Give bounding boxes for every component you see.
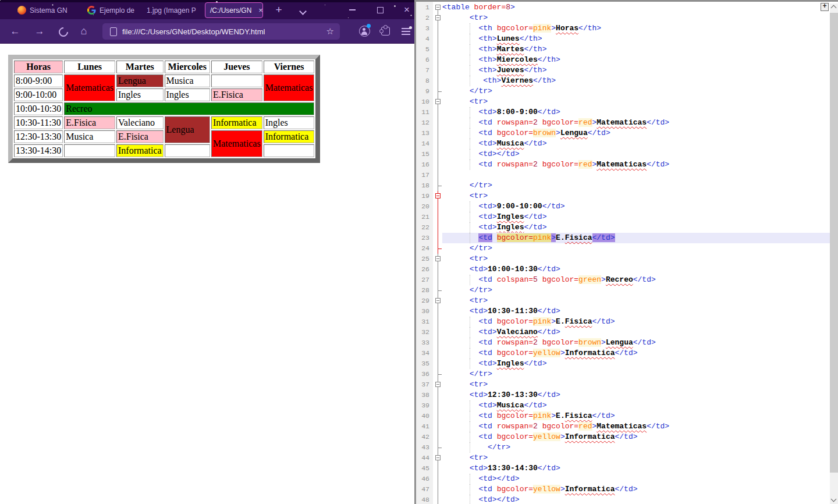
code-text[interactable]: <td>Musica</td>: [442, 139, 830, 149]
editor-line-46[interactable]: 46 <td></td>: [416, 474, 830, 484]
editor-line-45[interactable]: 45 <td>13:30-14:30</td>: [416, 463, 830, 474]
code-text[interactable]: <td rowspan=2 bgcolor=red>Matematicas</t…: [442, 159, 830, 170]
browser-tab-3[interactable]: 1.jpg (Imagen P: [147, 2, 202, 18]
editor-plus-button[interactable]: +: [821, 3, 829, 11]
code-text[interactable]: <td bgcolor=yellow>Informatica</td>: [442, 432, 830, 442]
code-text[interactable]: <table border=8>: [442, 2, 830, 13]
code-text[interactable]: <td>Ingles</td>: [442, 359, 830, 369]
editor-line-26[interactable]: 26 <td>10:00-10:30</td>: [416, 264, 830, 275]
code-text[interactable]: <td>13:30-14:30</td>: [442, 463, 830, 474]
extensions-puzzle-icon[interactable]: [381, 27, 390, 36]
browser-tab-4[interactable]: /C:/Users/GN×: [205, 2, 263, 18]
editor-line-31[interactable]: 31 <td bgcolor=pink>E.Fisica</td>: [416, 317, 830, 327]
code-text[interactable]: <th>Viernes</th>: [442, 76, 830, 86]
code-text[interactable]: <td>Ingles</td>: [442, 222, 830, 233]
code-text[interactable]: </tr>: [442, 369, 830, 379]
code-text[interactable]: <td>Musica</td>: [442, 400, 830, 411]
code-text[interactable]: <tr>: [442, 191, 830, 201]
scrollbar-thumb[interactable]: [830, 13, 838, 473]
editor-line-13[interactable]: 13 <td bgcolor=brown>Lengua</td>: [416, 128, 830, 139]
scroll-up-icon[interactable]: [831, 5, 837, 11]
editor-line-24[interactable]: 24 </tr>: [416, 243, 830, 254]
editor-line-44[interactable]: 44 <tr>: [416, 453, 830, 463]
code-text[interactable]: <td bgcolor=yellow>Informatica</td>: [442, 484, 830, 495]
editor-line-47[interactable]: 47 <td bgcolor=yellow>Informatica</td>: [416, 484, 830, 495]
code-text[interactable]: <td rowspan=2 bgcolor=red>Matematicas</t…: [442, 118, 830, 128]
code-text[interactable]: <td rowspan=2 bgcolor=red>Matematicas</t…: [442, 421, 830, 432]
code-text[interactable]: <td bgcolor=yellow>Informatica</td>: [442, 348, 830, 359]
editor-line-29[interactable]: 29 <tr>: [416, 296, 830, 306]
editor-line-17[interactable]: 17: [416, 170, 830, 180]
editor-line-15[interactable]: 15 <td></td>: [416, 149, 830, 159]
editor-line-39[interactable]: 39 <td>Musica</td>: [416, 400, 830, 411]
bookmark-star-icon[interactable]: ☆: [326, 26, 334, 37]
tab-close-icon[interactable]: ×: [258, 6, 263, 15]
editor-line-41[interactable]: 41 <td rowspan=2 bgcolor=red>Matematicas…: [416, 421, 830, 432]
editor-line-40[interactable]: 40 <td bgcolor=pink>E.Fisica</td>: [416, 411, 830, 421]
code-text[interactable]: <td>12:30-13:30</td>: [442, 390, 830, 400]
code-text[interactable]: <th>Lunes</th>: [442, 34, 830, 44]
editor-line-21[interactable]: 21 <td>Ingles</td>: [416, 212, 830, 222]
code-text[interactable]: <tr>: [442, 97, 830, 107]
code-text[interactable]: </tr>: [442, 180, 830, 191]
reload-button[interactable]: [56, 19, 70, 43]
address-bar[interactable]: file:///C:/Users/GNet/Desktop/WENDY.html…: [102, 23, 340, 40]
fold-collapse-icon[interactable]: [433, 379, 442, 390]
editor-line-4[interactable]: 4 <th>Lunes</th>: [416, 34, 830, 44]
editor-line-16[interactable]: 16 <td rowspan=2 bgcolor=red>Matematicas…: [416, 159, 830, 170]
editor-line-28[interactable]: 28 </tr>: [416, 285, 830, 296]
code-text[interactable]: </tr>: [442, 86, 830, 97]
new-tab-button[interactable]: +: [271, 2, 286, 17]
editor-line-1[interactable]: 1<table border=8>: [416, 2, 830, 13]
menu-hamburger-icon[interactable]: [402, 28, 410, 37]
editor-line-3[interactable]: 3 <th bgcolor=pink>Horas</th>: [416, 23, 830, 34]
editor-line-22[interactable]: 22 <td>Ingles</td>: [416, 222, 830, 233]
editor-line-7[interactable]: 7 <th>Jueves</th>: [416, 65, 830, 76]
code-editor-pane[interactable]: 1<table border=8>2 <tr>3 <th bgcolor=pin…: [414, 0, 838, 504]
code-text[interactable]: <td bgcolor=pink>E.Fisica</td>: [442, 317, 830, 327]
window-close-button[interactable]: ×: [398, 2, 416, 17]
editor-line-30[interactable]: 30 <td>10:30-11:30</td>: [416, 306, 830, 317]
code-text[interactable]: <th>Jueves</th>: [442, 65, 830, 76]
scroll-down-icon[interactable]: [831, 496, 837, 502]
editor-line-36[interactable]: 36 </tr>: [416, 369, 830, 379]
code-text[interactable]: <td>8:00-9:00</td>: [442, 107, 830, 118]
editor-line-2[interactable]: 2 <tr>: [416, 13, 830, 23]
home-button[interactable]: ⌂: [77, 19, 91, 43]
code-text[interactable]: <tr>: [442, 296, 830, 306]
fold-collapse-icon[interactable]: [433, 13, 442, 23]
code-text[interactable]: <td>Valeciano</td>: [442, 327, 830, 338]
code-text[interactable]: <tr>: [442, 13, 830, 23]
editor-line-34[interactable]: 34 <td bgcolor=yellow>Informatica</td>: [416, 348, 830, 359]
code-text[interactable]: <tr>: [442, 379, 830, 390]
code-text[interactable]: <td rowspan=2 bgcolor=brown>Lengua</td>: [442, 338, 830, 348]
editor-lines[interactable]: 1<table border=8>2 <tr>3 <th bgcolor=pin…: [416, 2, 830, 504]
tab-overflow-button[interactable]: [297, 6, 308, 17]
editor-line-38[interactable]: 38 <td>12:30-13:30</td>: [416, 390, 830, 400]
editor-line-32[interactable]: 32 <td>Valeciano</td>: [416, 327, 830, 338]
code-text[interactable]: <tr>: [442, 453, 830, 463]
editor-line-9[interactable]: 9 </tr>: [416, 86, 830, 97]
editor-line-23[interactable]: 23 <td bgcolor=pink>E.Fisica</td>: [416, 233, 830, 243]
code-text[interactable]: <th bgcolor=pink>Horas</th>: [442, 23, 830, 34]
fold-collapse-icon[interactable]: [433, 296, 442, 306]
editor-line-12[interactable]: 12 <td rowspan=2 bgcolor=red>Matematicas…: [416, 118, 830, 128]
code-text[interactable]: <td>10:00-10:30</td>: [442, 264, 830, 275]
fold-collapse-icon[interactable]: [433, 453, 442, 463]
code-text[interactable]: <td>9:00-10:00</td>: [442, 201, 830, 212]
editor-vertical-scrollbar[interactable]: [830, 3, 838, 504]
editor-line-6[interactable]: 6 <th>Miercoles</th>: [416, 55, 830, 65]
code-text[interactable]: </tr>: [442, 442, 830, 453]
code-text[interactable]: <td bgcolor=pink>E.Fisica</td>: [442, 233, 830, 243]
code-text[interactable]: </tr>: [442, 285, 830, 296]
editor-line-27[interactable]: 27 <td colspan=5 bgcolor=green>Recreo</t…: [416, 275, 830, 285]
editor-line-18[interactable]: 18 </tr>: [416, 180, 830, 191]
editor-line-37[interactable]: 37 <tr>: [416, 379, 830, 390]
code-text[interactable]: <td colspan=5 bgcolor=green>Recreo</td>: [442, 275, 830, 285]
code-text[interactable]: <th>Martes</th>: [442, 44, 830, 55]
editor-line-14[interactable]: 14 <td>Musica</td>: [416, 139, 830, 149]
url-text[interactable]: file:///C:/Users/GNet/Desktop/WENDY.html: [122, 27, 265, 36]
code-text[interactable]: <td>10:30-11:30</td>: [442, 306, 830, 317]
editor-line-35[interactable]: 35 <td>Ingles</td>: [416, 359, 830, 369]
editor-line-19[interactable]: 19 <tr>: [416, 191, 830, 201]
